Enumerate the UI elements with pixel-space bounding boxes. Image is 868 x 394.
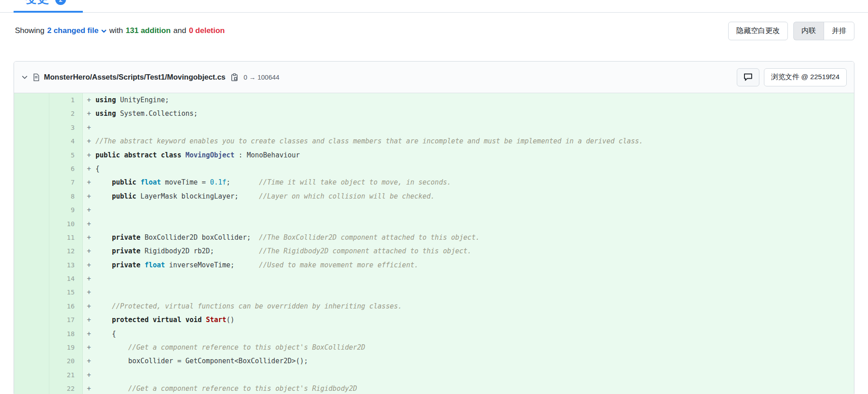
code-line-row: 11+ private BoxCollider2D boxCollider; /…: [14, 231, 854, 244]
new-line-number[interactable]: 4: [49, 134, 83, 148]
code-line-content: +: [83, 285, 854, 299]
old-line-number-cell[interactable]: [14, 299, 49, 313]
old-line-number-cell[interactable]: [14, 285, 49, 299]
new-line-number[interactable]: 5: [49, 148, 83, 162]
summary-and-text: and: [173, 26, 186, 35]
code-line-content: + private float inverseMoveTime; //Used …: [83, 258, 854, 272]
code-line-content: + //Get a component reference to this ob…: [83, 341, 854, 354]
new-line-number[interactable]: 20: [49, 354, 83, 368]
old-line-number-cell[interactable]: [14, 313, 49, 327]
code-line-row: 5+public abstract class MovingObject : M…: [14, 148, 854, 162]
tab-changes-label: 变更: [25, 0, 49, 7]
old-line-number-cell[interactable]: [14, 272, 49, 285]
diff-add-marker: +: [87, 285, 91, 299]
new-line-number[interactable]: 21: [49, 368, 83, 382]
code-line-row: 19+ //Get a component reference to this …: [14, 341, 854, 354]
chevron-down-icon[interactable]: [21, 74, 28, 81]
old-line-number-cell[interactable]: [14, 203, 49, 217]
old-line-number-cell[interactable]: [14, 162, 49, 176]
old-line-number-cell[interactable]: [14, 354, 49, 368]
old-line-number-cell[interactable]: [14, 217, 49, 231]
old-line-number-cell[interactable]: [14, 148, 49, 162]
summary-showing-text: Showing: [15, 26, 44, 35]
code-line-content: +public abstract class MovingObject : Mo…: [83, 148, 854, 162]
new-line-number[interactable]: 22: [49, 382, 83, 394]
new-line-number[interactable]: 9: [49, 203, 83, 217]
old-line-number-cell[interactable]: [14, 341, 49, 354]
new-line-number[interactable]: 2: [49, 107, 83, 120]
old-line-number-cell[interactable]: [14, 121, 49, 134]
diff-summary: Showing 2 changed file with 131 addition…: [15, 26, 225, 35]
new-line-number[interactable]: 8: [49, 190, 83, 203]
code-line-content: +//The abstract keyword enables you to c…: [83, 134, 854, 148]
summary-with-text: with: [110, 26, 123, 35]
new-line-number[interactable]: 13: [49, 258, 83, 272]
diff-add-marker: +: [87, 203, 91, 217]
code-line-content: + private BoxCollider2D boxCollider; //T…: [83, 231, 854, 244]
side-by-side-view-button[interactable]: 并排: [824, 22, 854, 40]
code-line-row: 9+: [14, 203, 854, 217]
old-line-number-cell[interactable]: [14, 231, 49, 244]
view-file-button[interactable]: 浏览文件 @ 22519f24: [764, 68, 847, 86]
new-line-number[interactable]: 15: [49, 285, 83, 299]
chevron-down-icon: [101, 28, 107, 34]
diff-add-marker: +: [87, 299, 91, 313]
new-line-number[interactable]: 16: [49, 299, 83, 313]
new-line-number[interactable]: 17: [49, 313, 83, 327]
old-line-number-cell[interactable]: [14, 176, 49, 189]
new-line-number[interactable]: 19: [49, 341, 83, 354]
diff-add-marker: +: [87, 148, 91, 162]
code-line-row: 6+{: [14, 162, 854, 176]
file-mode-change: 0 → 100644: [243, 74, 279, 81]
code-line-row: 10+: [14, 217, 854, 231]
code-line-content: + protected virtual void Start(): [83, 313, 854, 327]
code-line-content: +: [83, 203, 854, 217]
code-line-row: 7+ public float moveTime = 0.1f; //Time …: [14, 176, 854, 189]
code-line-content: +: [83, 217, 854, 231]
file-icon: [33, 73, 40, 81]
old-line-number-cell[interactable]: [14, 382, 49, 394]
new-line-number[interactable]: 1: [49, 93, 83, 107]
hide-whitespace-button[interactable]: 隐藏空白更改: [728, 22, 788, 40]
old-line-number-cell[interactable]: [14, 327, 49, 341]
old-line-number-cell[interactable]: [14, 134, 49, 148]
deletions-count: 0 deletion: [189, 26, 224, 35]
new-line-number[interactable]: 14: [49, 272, 83, 285]
old-line-number-cell[interactable]: [14, 93, 49, 107]
code-line-content: +: [83, 121, 854, 134]
old-line-number-cell[interactable]: [14, 107, 49, 120]
tab-bar: 变更 2: [0, 0, 868, 13]
diff-add-marker: +: [87, 190, 91, 203]
new-line-number[interactable]: 12: [49, 244, 83, 258]
copy-path-button[interactable]: [231, 73, 238, 81]
new-line-number[interactable]: 3: [49, 121, 83, 134]
file-path: MonsterHero/Assets/Scripts/Test1/Movingo…: [44, 73, 225, 81]
new-line-number[interactable]: 7: [49, 176, 83, 189]
code-line-row: 15+: [14, 285, 854, 299]
code-line-content: +: [83, 272, 854, 285]
old-line-number-cell[interactable]: [14, 258, 49, 272]
diff-add-marker: +: [87, 354, 91, 368]
old-line-number-cell[interactable]: [14, 190, 49, 203]
inline-view-button[interactable]: 内联: [793, 22, 824, 40]
code-line-row: 12+ private Rigidbody2D rb2D; //The Rigi…: [14, 244, 854, 258]
diff-add-marker: +: [87, 217, 91, 231]
old-line-number-cell[interactable]: [14, 244, 49, 258]
code-line-content: + public float moveTime = 0.1f; //Time i…: [83, 176, 854, 189]
new-line-number[interactable]: 11: [49, 231, 83, 244]
code-line-row: 21+: [14, 368, 854, 382]
new-line-number[interactable]: 6: [49, 162, 83, 176]
diff-add-marker: +: [87, 327, 91, 341]
new-line-number[interactable]: 18: [49, 327, 83, 341]
add-comment-button[interactable]: [737, 68, 759, 86]
diff-summary-row: Showing 2 changed file with 131 addition…: [0, 13, 868, 41]
code-line-row: 18+ {: [14, 327, 854, 341]
code-line-content: + //Get a component reference to this ob…: [83, 382, 854, 394]
old-line-number-cell[interactable]: [14, 368, 49, 382]
code-line-content: + boxCollider = GetComponent<BoxCollider…: [83, 354, 854, 368]
new-line-number[interactable]: 10: [49, 217, 83, 231]
changed-files-dropdown[interactable]: 2 changed file: [47, 26, 106, 35]
active-tab-underline: [14, 11, 83, 13]
view-mode-toggle: 内联 并排: [793, 22, 854, 40]
file-diff-card: MonsterHero/Assets/Scripts/Test1/Movingo…: [14, 61, 854, 394]
